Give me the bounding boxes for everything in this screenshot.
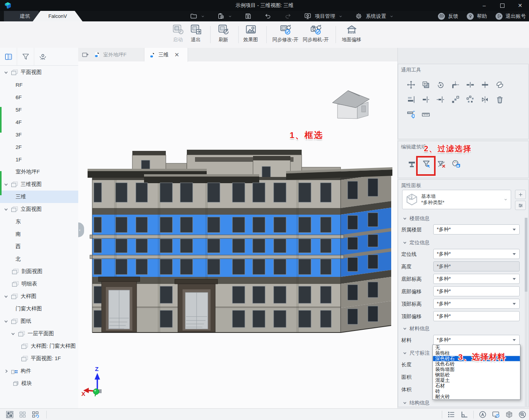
tab-falconv[interactable]: FalconV (33, 11, 83, 21)
maximize-button[interactable] (493, 0, 511, 11)
delete-button[interactable] (492, 92, 507, 107)
move-button[interactable] (404, 77, 418, 92)
tree-item-door-window-detail[interactable]: 门窗大样图 (0, 303, 78, 315)
minimize-button[interactable]: – (475, 0, 493, 11)
panel-layout-button[interactable] (0, 48, 17, 65)
tree-item-plan-views[interactable]: 平面视图 (0, 66, 78, 79)
ground-offset-button[interactable]: 地面偏移 (339, 23, 364, 46)
undo-icon[interactable] (264, 12, 272, 20)
tree-item-site-floor[interactable]: 室外地坪F (0, 166, 78, 178)
tree-item-sheet-detail[interactable]: 大样图: 门窗大样图 (0, 340, 78, 352)
open-file-chevron-icon[interactable] (201, 14, 205, 18)
tree-item-south[interactable]: 南 (0, 228, 78, 240)
split-button[interactable] (463, 77, 478, 92)
corner-snap-icon[interactable] (460, 410, 469, 419)
offset-button[interactable] (404, 107, 418, 122)
type-selector[interactable]: 基本墙 *多种类型* (402, 190, 511, 209)
paste-icon[interactable] (217, 12, 225, 20)
align-center-button[interactable] (478, 77, 492, 92)
tree-item-2f[interactable]: 2F (0, 141, 78, 153)
section-material-info[interactable]: 材料信息 (403, 325, 430, 332)
save-icon[interactable] (244, 12, 252, 20)
sync-status-icon[interactable] (492, 410, 500, 419)
tree-item-1f[interactable]: 1F (0, 153, 78, 166)
tree-item-west[interactable]: 西 (0, 240, 78, 253)
tree-item-sheet-plan-1f[interactable]: 平面视图: 1F (0, 352, 78, 365)
help-menu[interactable]: 帮助 (477, 13, 487, 20)
tree-item-4f[interactable]: 4F (0, 116, 78, 128)
feedback-menu[interactable]: 反馈 (448, 13, 458, 20)
material-option[interactable]: 耐火砖 (433, 394, 520, 399)
tree-item-6f[interactable]: 6F (0, 91, 78, 103)
material-option[interactable]: 石材 (433, 383, 520, 388)
sync-edit-button[interactable]: 同步修改-开 (270, 23, 301, 46)
tree-item-north[interactable]: 北 (0, 253, 78, 265)
align-line-button[interactable] (433, 92, 448, 107)
material-select[interactable]: *多种* (433, 335, 520, 345)
type-settings-button[interactable] (515, 201, 526, 210)
trim-corner-button[interactable] (448, 77, 463, 92)
open-file-icon[interactable] (190, 12, 197, 20)
deselect-group-icon[interactable] (18, 410, 27, 419)
render-button[interactable]: 效果图 (238, 23, 264, 46)
top-offset-input[interactable]: *多种* (433, 311, 520, 321)
tree-item-schedules[interactable]: 明细表 (0, 278, 78, 290)
material-option[interactable]: 无 (433, 345, 520, 350)
logout-menu[interactable]: 退出账号 (506, 13, 526, 20)
tree-item-rf[interactable]: RF (0, 79, 78, 91)
filter-clear-button[interactable] (434, 157, 449, 172)
section-dimension-info[interactable]: 尺寸标注 (403, 350, 430, 357)
floor-select[interactable]: *多种* (433, 224, 520, 234)
section-structure-info[interactable]: 结构信息 (403, 399, 430, 406)
linear-array-button[interactable] (448, 92, 463, 107)
project-management-menu[interactable]: 项目管理 (315, 13, 335, 20)
material-option[interactable]: 装饰墙面 (433, 367, 520, 372)
tree-item-sheets[interactable]: 图纸 (0, 315, 78, 327)
float-view-icon[interactable] (81, 51, 89, 59)
material-paint-button[interactable] (449, 157, 464, 172)
properties-scrollbar-thumb[interactable] (525, 218, 527, 292)
project-management-icon[interactable] (304, 12, 311, 20)
align-right-button[interactable] (404, 92, 418, 107)
tree-item-detail-views[interactable]: 大样图 (0, 290, 78, 303)
tree-item-section-views[interactable]: 剖面视图 (0, 265, 78, 278)
tree-item-elevation-views[interactable]: 立面视图 (0, 203, 78, 215)
base-offset-input[interactable]: *多种* (433, 286, 520, 296)
tree-item-3f[interactable]: 3F (0, 128, 78, 141)
paste-chevron-icon[interactable] (228, 14, 232, 18)
section-location-info[interactable]: 定位信息 (403, 239, 430, 246)
reset-selection-icon[interactable] (31, 410, 40, 419)
shaded-view-icon[interactable] (505, 410, 513, 419)
model-canvas[interactable]: Z X (78, 61, 397, 408)
type-chevron-icon[interactable] (504, 198, 508, 201)
logout-icon[interactable] (496, 13, 503, 20)
system-settings-menu[interactable]: 系统设置 (366, 13, 386, 20)
exit-button[interactable]: 退出 (183, 23, 209, 46)
material-option[interactable]: 混凝土 (433, 378, 520, 383)
location-line-select[interactable]: *多种* (433, 249, 520, 259)
tree-item-first-floor-sheet[interactable]: 一层平面图 (0, 327, 78, 340)
align-edge-button[interactable] (418, 92, 433, 107)
measure-button[interactable] (418, 107, 433, 122)
locate-button[interactable] (34, 48, 51, 65)
material-option[interactable]: 钢筋砼 (433, 372, 520, 378)
zoom-fit-icon[interactable] (518, 410, 527, 419)
rotate-button[interactable] (433, 77, 448, 92)
annotation-mode-icon[interactable] (478, 410, 487, 419)
sync-camera-button[interactable]: 同步相机-开 (301, 23, 331, 46)
copy-button[interactable] (418, 77, 433, 92)
close-button[interactable]: ✕ (511, 0, 529, 11)
match-type-button[interactable] (492, 77, 507, 92)
tree-item-modules[interactable]: 模块 (0, 377, 78, 390)
section-floor-info[interactable]: 楼层信息 (403, 215, 430, 222)
feedback-icon[interactable] (438, 13, 445, 20)
select-group-icon[interactable] (5, 410, 14, 419)
tree-item-3d-views[interactable]: 三维视图 (0, 178, 78, 191)
add-type-button[interactable] (515, 190, 526, 199)
tree-item-5f[interactable]: 5F (0, 103, 78, 116)
tree-item-east[interactable]: 东 (0, 215, 78, 228)
filter-list-icon[interactable] (447, 410, 455, 419)
system-settings-icon[interactable] (355, 12, 362, 20)
project-management-chevron-icon[interactable] (339, 14, 343, 18)
refresh-button[interactable]: 刷新 (211, 23, 236, 46)
